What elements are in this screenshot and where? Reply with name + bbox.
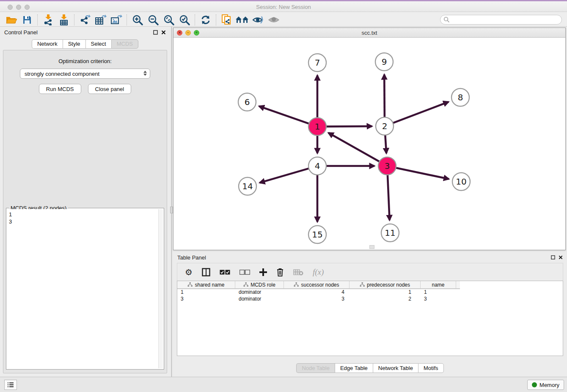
memory-button[interactable]: Memory xyxy=(527,380,564,390)
memory-label: Memory xyxy=(539,382,559,388)
cell-MCDS-role[interactable]: dominator xyxy=(235,296,284,303)
add-column-icon[interactable] xyxy=(259,268,267,276)
vertical-splitter[interactable] xyxy=(170,27,173,377)
select-all-rows-icon[interactable] xyxy=(220,270,230,275)
tab-mcds[interactable]: MCDS xyxy=(111,39,138,49)
graph-node-15[interactable]: 15 xyxy=(308,226,326,243)
column-header-MCDS-role[interactable]: MCDS role xyxy=(235,281,284,288)
network-canvas[interactable]: 7968124314101511 xyxy=(173,38,565,250)
graph-node-14[interactable]: 14 xyxy=(239,177,256,195)
import-table-icon xyxy=(59,14,69,25)
tab-style[interactable]: Style xyxy=(63,39,85,49)
cell-name[interactable]: 1 xyxy=(421,289,456,296)
export-network-button[interactable] xyxy=(77,14,93,26)
search-input[interactable] xyxy=(440,15,562,25)
graph-node-10[interactable]: 10 xyxy=(452,173,470,190)
tab-select[interactable]: Select xyxy=(85,39,111,49)
hierarchy-icon xyxy=(187,282,193,287)
hide-graphics-details-button[interactable] xyxy=(250,14,266,26)
zoom-fit-button[interactable] xyxy=(161,14,176,26)
optimization-criterion-select[interactable]: strongly connected component xyxy=(20,69,150,79)
zoom-in-button[interactable] xyxy=(129,14,145,26)
cell-name[interactable]: 3 xyxy=(421,296,456,303)
column-header-predecessor-nodes[interactable]: predecessor nodes xyxy=(350,281,421,288)
export-network-icon xyxy=(80,14,91,25)
table-row[interactable]: 1dominator411 xyxy=(177,289,563,296)
graph-node-7[interactable]: 7 xyxy=(308,54,326,72)
task-history-button[interactable] xyxy=(4,380,17,390)
edge-1-6[interactable] xyxy=(259,106,309,124)
delete-table-icon[interactable] xyxy=(293,269,303,276)
apply-function-icon[interactable]: f(x) xyxy=(313,268,324,277)
cell-MCDS-role[interactable]: dominator xyxy=(235,289,284,296)
export-table-button[interactable] xyxy=(93,14,108,26)
column-header-name[interactable]: name xyxy=(421,281,456,288)
save-session-button[interactable] xyxy=(19,14,35,26)
run-mcds-button[interactable]: Run MCDS xyxy=(39,84,81,94)
graph-node-3[interactable]: 3 xyxy=(378,157,396,175)
network-window-titlebar[interactable]: ✕ − + scc.txt xyxy=(173,28,565,38)
column-header-successor-nodes[interactable]: successor nodes xyxy=(284,281,350,288)
import-network-icon xyxy=(43,14,53,25)
zoom-fit-icon xyxy=(163,14,174,25)
clone-network-icon xyxy=(221,14,232,26)
graph-node-8[interactable]: 8 xyxy=(451,88,469,106)
cell-shared-name[interactable]: 3 xyxy=(177,296,235,303)
home-pair-button[interactable] xyxy=(234,14,250,26)
edge-3-11[interactable] xyxy=(388,174,390,220)
float-panel-icon[interactable] xyxy=(153,30,158,35)
hierarchy-icon xyxy=(294,282,299,287)
cell-shared-name[interactable]: 1 xyxy=(177,289,235,296)
graph-node-6[interactable]: 6 xyxy=(238,93,256,111)
zoom-out-icon xyxy=(148,14,159,25)
table-row[interactable]: 3dominator323 xyxy=(177,296,563,303)
float-table-panel-icon[interactable] xyxy=(551,255,555,259)
delete-column-icon[interactable] xyxy=(276,268,284,276)
table-settings-icon[interactable]: ⚙ xyxy=(185,268,193,276)
edge-1-2[interactable] xyxy=(326,126,372,127)
refresh-button[interactable] xyxy=(198,14,213,26)
cell-predecessor-nodes[interactable]: 1 xyxy=(350,289,421,296)
splitter-grip[interactable] xyxy=(170,207,173,213)
edge-4-14[interactable] xyxy=(260,168,309,183)
zoom-selected-icon xyxy=(179,14,190,25)
graph-node-2[interactable]: 2 xyxy=(376,117,394,135)
column-header-shared-name[interactable]: shared name xyxy=(177,281,235,288)
canvas-resize-grip[interactable] xyxy=(369,245,374,249)
graph-node-1[interactable]: 1 xyxy=(308,118,326,135)
tab-edge-table[interactable]: Edge Table xyxy=(335,363,373,373)
edge-3-10[interactable] xyxy=(396,168,449,179)
tab-network[interactable]: Network xyxy=(32,39,63,49)
graph-node-9[interactable]: 9 xyxy=(375,53,393,71)
mcds-result-list[interactable]: 13 xyxy=(7,209,158,368)
tab-network-table[interactable]: Network Table xyxy=(373,363,418,373)
graph-node-11[interactable]: 11 xyxy=(381,224,399,242)
zoom-out-button[interactable] xyxy=(145,14,161,26)
close-table-panel-icon[interactable] xyxy=(559,255,563,259)
edge-2-8[interactable] xyxy=(393,102,449,123)
tab-node-table[interactable]: Node Table xyxy=(296,363,335,373)
result-scrollbar[interactable] xyxy=(158,209,163,368)
node-table[interactable]: shared nameMCDS rolesuccessor nodesprede… xyxy=(177,281,563,356)
column-view-icon[interactable] xyxy=(202,268,210,276)
zoom-selected-button[interactable] xyxy=(176,14,192,26)
cell-successor-nodes[interactable]: 3 xyxy=(284,296,350,303)
export-image-button[interactable] xyxy=(108,14,124,26)
edge-2-3[interactable] xyxy=(385,135,386,153)
graph-node-4[interactable]: 4 xyxy=(308,157,326,175)
edge-3-1[interactable] xyxy=(328,133,380,162)
clone-network-button[interactable] xyxy=(219,14,234,26)
show-graphics-details-button[interactable] xyxy=(266,14,281,26)
import-table-button[interactable] xyxy=(56,14,72,26)
network-graph[interactable]: 7968124314101511 xyxy=(173,38,565,250)
cell-predecessor-nodes[interactable]: 2 xyxy=(350,296,421,303)
close-panel-button[interactable]: Close panel xyxy=(88,84,132,94)
import-network-button[interactable] xyxy=(40,14,56,26)
hierarchy-icon xyxy=(360,282,365,287)
edge-2-9[interactable] xyxy=(384,75,385,118)
tab-motifs[interactable]: Motifs xyxy=(418,363,444,373)
close-panel-icon[interactable] xyxy=(161,30,166,35)
deselect-all-rows-icon[interactable] xyxy=(239,270,250,275)
cell-successor-nodes[interactable]: 4 xyxy=(284,289,350,296)
open-session-button[interactable] xyxy=(3,14,19,26)
